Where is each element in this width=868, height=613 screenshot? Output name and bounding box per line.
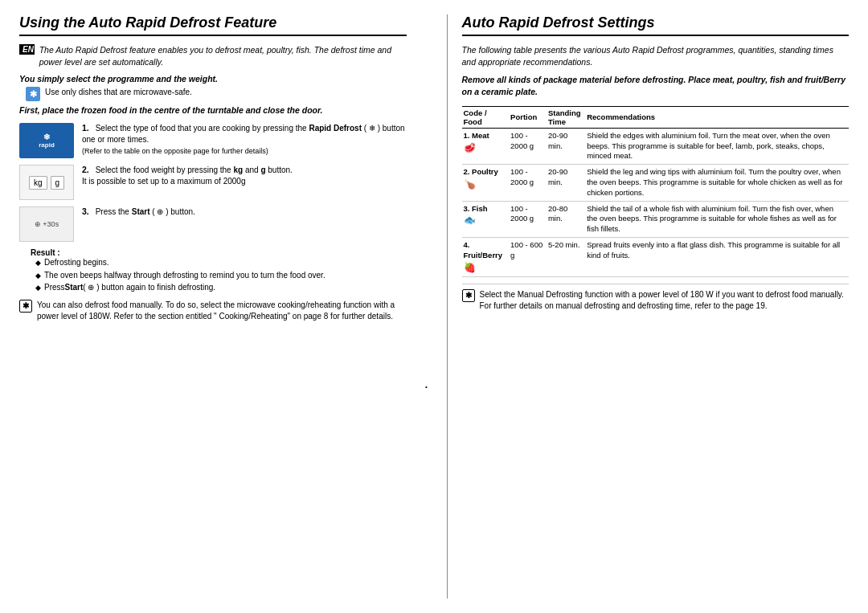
portion-meat: 100 - 2000 g [509,128,547,164]
diamond-item-1: Defrosting begins. [35,257,407,268]
right-bold-note: Remove all kinds of package material bef… [462,74,850,97]
subheading1: You simply select the programme and the … [19,74,407,84]
step-1-content: 1. Select the type of food that you are … [82,123,407,157]
reco-fruit: Spread fruits evenly into a flat glass d… [585,238,849,277]
step-2-content: 2. Select the food weight by pressing th… [82,165,293,187]
step-1-text: Select the type of food that you are coo… [82,124,405,155]
kg-g-image: kg g [19,165,74,200]
diamond-item-2: The oven beeps halfway through defrostin… [35,270,407,281]
footer-text: Select the Manual Defrosting function wi… [480,289,850,312]
col-reco: Recommendations [585,106,849,128]
portion-fish: 100 - 2000 g [509,201,547,237]
rapid-icon: ❄ [43,133,50,141]
right-footer: ✱ Select the Manual Defrosting function … [462,284,850,312]
defrost-table: Code / Food Portion StandingTime Recomme… [462,106,850,277]
manual-info-row: ✱ You can also defrost food manually. To… [19,300,407,322]
food-meat: 1. Meat 🥩 [462,128,510,164]
kg-button: kg [29,176,47,190]
step-3-row: ⊕ +30s 3. Press the Start ( ⊕ ) button. [19,206,407,242]
food-fish: 3. Fish 🐟 [462,201,510,237]
step-3-content: 3. Press the Start ( ⊕ ) button. [82,206,195,218]
step-3-num: 3. [82,206,89,216]
reco-meat: Shield the edges with aluminium foil. Tu… [585,128,849,164]
table-row-meat: 1. Meat 🥩 100 - 2000 g 20-90 min. Shield… [462,128,850,164]
diamond-list: Defrosting begins. The oven beeps halfwa… [35,257,407,293]
center-divider: • [421,14,432,599]
left-column: Using the Auto Rapid Defrost Feature EN … [19,14,407,599]
table-row-fish: 3. Fish 🐟 100 - 2000 g 20-80 min. Shield… [462,201,850,237]
subheading2: First, place the frozen food in the cent… [19,104,407,116]
manual-info-text: You can also defrost food manually. To d… [37,300,407,322]
start-image: ⊕ +30s [19,206,74,242]
step-2-text: Select the food weight by pressing the k… [82,166,293,186]
right-column: Auto Rapid Defrost Settings The followin… [447,14,850,599]
intro-text: The Auto Rapid Defrost feature enables y… [39,44,407,67]
page-container: Using the Auto Rapid Defrost Feature EN … [0,0,868,613]
table-row-poultry: 2. Poultry 🍗 100 - 2000 g 20-90 min. Shi… [462,165,850,201]
step-1-row: ❄ rapid 1. Select the type of food that … [19,123,407,158]
result-label: Result : [31,248,407,257]
en-badge: EN [19,44,35,55]
standing-poultry: 20-90 min. [547,165,585,201]
start-label: ⊕ +30s [35,220,59,228]
col-food: Code / Food [462,106,510,128]
table-header-row: Code / Food Portion StandingTime Recomme… [462,106,850,128]
steps-block: ❄ rapid 1. Select the type of food that … [19,123,407,293]
standing-fish: 20-80 min. [547,201,585,237]
food-fruit: 4. Fruit/Berry 🍓 [462,238,510,277]
reco-fish: Shield the tail of a whole fish with alu… [585,201,849,237]
col-portion: Portion [509,106,547,128]
step-2-num: 2. [82,165,89,174]
bullet-text-1: Use only dishes that are microwave-safe. [45,87,192,98]
right-intro: The following table presents the various… [462,44,850,67]
standing-fruit: 5-20 min. [547,238,585,277]
g-button: g [51,176,65,190]
right-title: Auto Rapid Defrost Settings [462,14,850,36]
bullet-icon-1: ✱ [26,87,40,101]
rapid-defrost-image: ❄ rapid [19,123,74,158]
left-title: Using the Auto Rapid Defrost Feature [19,14,407,36]
footer-info-icon: ✱ [462,289,475,302]
table-row-fruit: 4. Fruit/Berry 🍓 100 - 600 g 5-20 min. S… [462,238,850,277]
portion-fruit: 100 - 600 g [509,238,547,277]
standing-meat: 20-90 min. [547,128,585,164]
diamond-item-3: Press Start ( ⊕ ) button again to finish… [35,282,407,293]
intro-block: EN The Auto Rapid Defrost feature enable… [19,44,407,67]
step-1-num: 1. [82,123,89,133]
info-icon: ✱ [19,300,32,313]
col-standing: StandingTime [547,106,585,128]
reco-poultry: Shield the leg and wing tips with alumin… [585,165,849,201]
bullet-row-1: ✱ Use only dishes that are microwave-saf… [26,87,407,101]
step-2-row: kg g 2. Select the food weight by pressi… [19,165,407,200]
portion-poultry: 100 - 2000 g [509,165,547,201]
rapid-label: rapid [39,141,55,149]
divider-bullet: • [425,383,428,390]
step-3-text: Press the Start ( ⊕ ) button. [96,207,195,216]
food-poultry: 2. Poultry 🍗 [462,165,510,201]
